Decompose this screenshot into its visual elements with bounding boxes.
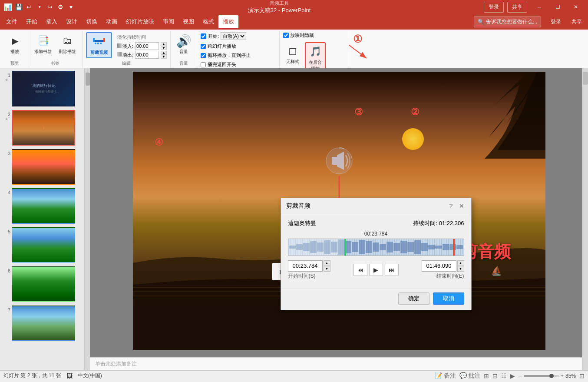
slide-num-col-5: 5 [3,227,10,234]
menu-insert[interactable]: 插入 [42,15,62,28]
quick-undo[interactable]: ↩ [25,3,33,11]
play-pause-btn[interactable]: ▶ [369,264,383,276]
no-style-label: 无样式 [286,59,299,65]
slide-thumb-4[interactable]: 4 [2,187,83,225]
more-btn[interactable]: ▾ [67,3,75,11]
fit-btn[interactable]: ⊡ [579,372,585,379]
skip-fwd-btn[interactable]: ⏭ [385,264,399,276]
canvas-vscroll-thumb[interactable] [583,72,588,85]
menu-review[interactable]: 审阅 [159,15,178,28]
zoom-plus-btn[interactable]: + [561,373,564,379]
zoom-minus-btn[interactable]: ─ [519,373,522,379]
menu-format[interactable]: 格式 [198,15,218,28]
slide-img-4[interactable] [12,188,75,224]
wbar [449,244,456,250]
menu-animation[interactable]: 动画 [102,15,122,28]
dialog-ok-btn[interactable]: 确定 [398,292,429,305]
notes-area[interactable]: 单击此处添加备注 [90,357,582,370]
menu-play[interactable]: 播放 [218,15,238,28]
fade-out-up[interactable]: ▲ [161,51,167,55]
restore-btn[interactable]: ☐ [549,0,566,14]
slide-img-1[interactable]: 我的旅行日记—— 每段旅行都值得... [12,71,75,106]
add-bookmark-button[interactable]: 📑 添加书签 [32,32,54,56]
login-action[interactable]: 登录 [546,17,565,27]
slide-thumb-7[interactable]: 7 [2,305,83,342]
view-normal-btn[interactable]: ⊞ [484,372,489,379]
slide-img-inner-2: ♪ [13,111,74,145]
customize-btn[interactable]: ⚙ [56,3,64,11]
red-end-marker[interactable] [453,239,455,256]
fade-in-up[interactable]: ▲ [161,42,167,46]
slide-img-5[interactable] [12,227,75,263]
slide-img-3[interactable] [12,149,75,185]
slide-img-6[interactable] [12,266,75,302]
slide-img-2[interactable]: ♪ [12,110,75,146]
slide-img-7[interactable] [12,306,75,341]
note-btn[interactable]: 📝 备注 [435,372,456,380]
fade-in-input[interactable] [135,42,159,50]
menu-start[interactable]: 开始 [22,15,42,28]
slide-num-1: 1 [3,71,10,78]
svg-rect-3 [95,43,96,44]
menu-search[interactable]: 🔍 告诉我您想要做什么... [474,17,541,27]
dialog-close-btn[interactable]: ✕ [457,202,466,210]
quick-redo[interactable]: ↪ [46,3,54,11]
view-reading-btn[interactable]: ☷ [501,372,507,379]
dialog-help-btn[interactable]: ? [447,202,456,210]
hide-during-checkbox[interactable] [283,33,289,38]
waveform-container[interactable] [288,239,464,256]
start-select[interactable]: 自动(A) [221,32,246,40]
zoom-thumb[interactable] [549,374,554,378]
slide-num-5: 5 [3,227,10,234]
menu-transition[interactable]: 切换 [82,15,102,28]
end-time-input[interactable] [422,260,456,272]
fade-out-spin[interactable]: ▲ ▼ [161,51,167,59]
start-time-input[interactable] [288,260,323,272]
canvas-scrollbar-v[interactable] [582,68,588,370]
fade-out-down[interactable]: ▼ [161,55,167,59]
slide-thumb-3[interactable]: 3 [2,148,83,186]
slide-panel-scrollbar[interactable] [85,68,90,370]
ribbon-group-volume: 🔊 音量 音量 [171,31,197,68]
quick-save[interactable]: 💾 [15,3,23,11]
share-action[interactable]: 共享 [567,17,586,27]
start-checkbox[interactable] [201,33,206,39]
fade-out-input[interactable] [135,51,159,59]
start-time-up[interactable]: ▲ [324,260,330,266]
menu-actions: 登录 共享 [546,17,586,27]
fade-in-down[interactable]: ▼ [161,46,167,50]
scrollbar-thumb[interactable] [86,73,90,86]
end-time-up[interactable]: ▲ [457,260,464,266]
del-bookmark-button[interactable]: 🗂 删除书签 [56,32,79,56]
share-btn[interactable]: 共享 [507,2,527,13]
view-slideshow-btn[interactable]: ▶ [510,372,515,379]
undo-dropdown[interactable]: ▾ [36,3,43,11]
green-start-marker[interactable] [344,239,346,256]
start-time-down[interactable]: ▼ [324,266,330,272]
play-button[interactable]: ▶ 播放 [5,32,24,56]
skip-back-btn[interactable]: ⏮ [353,264,367,276]
minimize-btn[interactable]: ─ [531,0,548,14]
comment-btn[interactable]: 💬 批注 [459,372,481,380]
zoom-slider[interactable] [524,375,559,377]
loop-checkbox[interactable] [201,53,206,58]
cross-slide-row: 跨幻灯片播放 [201,43,236,50]
menu-slideshow[interactable]: 幻灯片放映 [122,15,159,28]
slide-thumb-5[interactable]: 5 [2,226,83,264]
view-slide-sorter-btn[interactable]: ⊟ [492,372,498,379]
trim-audio-button[interactable]: 剪裁音频 [86,32,112,58]
slide-thumb-1[interactable]: 1 ★ 我的旅行日记—— 每段旅行都值得... [2,70,83,107]
menu-view[interactable]: 视图 [178,15,198,28]
fade-in-spin[interactable]: ▲ ▼ [161,42,167,50]
slide-thumb-6[interactable]: 6 [2,266,83,303]
rewind-checkbox[interactable] [201,62,206,67]
cross-slide-checkbox[interactable] [201,44,206,49]
login-btn[interactable]: 登录 [484,2,504,13]
dialog-cancel-btn[interactable]: 取消 [433,292,464,305]
menu-design[interactable]: 设计 [62,15,82,28]
slide-thumb-2[interactable]: 2 ★ ♪ [2,109,83,146]
end-time-down[interactable]: ▼ [457,266,464,272]
close-btn[interactable]: ✕ [567,0,585,14]
volume-button[interactable]: 🔊 音量 [174,32,193,56]
menu-file[interactable]: 文件 [2,15,22,28]
